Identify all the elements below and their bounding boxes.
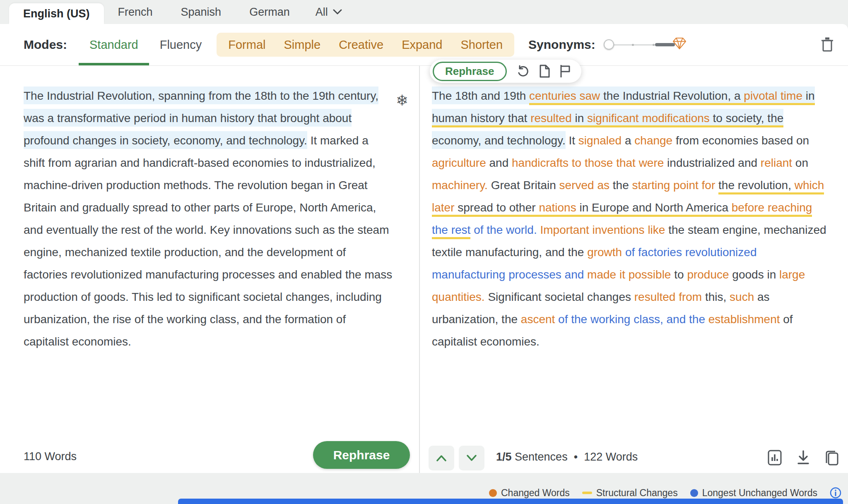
freeze-words-snowflake-icon[interactable]: ❄	[396, 93, 408, 108]
mode-creative[interactable]: Creative	[330, 38, 393, 52]
copy-output-button[interactable]	[825, 450, 839, 466]
download-icon	[797, 450, 810, 466]
copy-text-button[interactable]	[539, 65, 550, 78]
changed-word[interactable]: resulted	[530, 109, 572, 127]
changed-word[interactable]: signaled	[578, 134, 622, 147]
text-run[interactable]	[584, 268, 587, 281]
mode-simple[interactable]: Simple	[275, 38, 330, 52]
legend-info-button[interactable]	[830, 487, 841, 499]
text-run[interactable]: as	[754, 290, 769, 303]
unchanged-word[interactable]: of factories revolutionized	[625, 246, 757, 259]
paraphraser-card: Modes: StandardFluency FormalSimpleCreat…	[0, 24, 848, 473]
undo-button[interactable]	[517, 65, 529, 77]
changed-word[interactable]: produce	[687, 268, 729, 281]
text-run[interactable]: textile manufacturing, and the	[432, 246, 587, 259]
changed-word[interactable]: made it possible	[587, 268, 671, 281]
changed-word[interactable]: which	[795, 179, 824, 194]
color-legend: Changed WordsStructural ChangesLongest U…	[489, 487, 841, 499]
changed-word[interactable]: growth	[587, 246, 622, 259]
unchanged-word[interactable]: of the world.	[470, 223, 537, 236]
text-run[interactable]: urbanization, the	[432, 313, 521, 326]
changed-word[interactable]: handicrafts to those that were	[512, 156, 664, 169]
text-run[interactable]	[622, 246, 625, 259]
text-run[interactable]: economy, and technology.	[432, 131, 566, 149]
language-tab-english-us[interactable]: English (US)	[9, 3, 104, 24]
text-run[interactable]: The 18th and 19th	[432, 86, 529, 104]
text-run[interactable]: to society, the	[710, 109, 783, 127]
mode-shorten[interactable]: Shorten	[452, 38, 512, 52]
text-run[interactable]: a	[622, 134, 634, 147]
changed-word[interactable]: machinery.	[432, 179, 488, 192]
text-run[interactable]: in Europe and North America	[576, 201, 732, 217]
changed-word[interactable]: such	[730, 290, 754, 303]
text-run[interactable]: from economies based on	[672, 134, 809, 147]
modes-label: Modes:	[24, 38, 67, 52]
mode-standard[interactable]: Standard	[79, 24, 149, 65]
changed-word[interactable]: Important inventions like	[540, 223, 665, 236]
changed-word[interactable]: resulted from	[634, 290, 702, 303]
text-run[interactable]: this,	[702, 290, 730, 303]
changed-word[interactable]: before reaching	[732, 201, 812, 217]
changed-word[interactable]: served as	[559, 179, 610, 192]
source-text-area[interactable]: The Industrial Revolution, spanning from…	[24, 85, 413, 353]
text-run: Britain and gradually spread to other pa…	[24, 201, 376, 214]
text-run[interactable]: It	[566, 134, 578, 147]
language-tab-german[interactable]: German	[235, 0, 304, 24]
language-tab-french[interactable]: French	[104, 0, 167, 24]
changed-word[interactable]: large	[779, 268, 805, 281]
unchanged-word[interactable]: manufacturing processes and	[432, 268, 584, 281]
text-run[interactable]	[705, 313, 708, 326]
changed-word[interactable]: later	[432, 201, 454, 217]
output-text-area[interactable]: The 18th and 19th centuries saw the Indu…	[432, 85, 846, 353]
text-run[interactable]: industrialized and	[664, 156, 760, 169]
text-run[interactable]: on	[792, 156, 808, 169]
changed-word[interactable]: quantities.	[432, 290, 485, 303]
text-run[interactable]: to	[671, 268, 687, 281]
text-run[interactable]: human history that	[432, 109, 530, 127]
previous-sentence-button[interactable]	[429, 446, 454, 470]
changed-word[interactable]: nations	[539, 201, 576, 217]
changed-word[interactable]: agriculture	[432, 156, 486, 169]
flag-button[interactable]	[560, 65, 571, 78]
rephrase-again-button[interactable]: Rephrase	[433, 62, 507, 81]
changed-word[interactable]: significant modifications	[587, 109, 710, 127]
unchanged-word[interactable]: the rest	[432, 223, 470, 239]
changed-word[interactable]: establishment	[708, 313, 780, 326]
changed-word[interactable]: change	[634, 134, 672, 147]
text-run[interactable]	[715, 179, 718, 192]
text-run[interactable]: goods in	[729, 268, 779, 281]
changed-word[interactable]: reliant	[761, 156, 792, 169]
language-tab-spanish[interactable]: Spanish	[167, 0, 236, 24]
language-dropdown-all[interactable]: All	[304, 0, 350, 24]
text-run[interactable]: the	[610, 179, 632, 192]
text-run[interactable]: the Industrial Revolution, a	[600, 86, 744, 105]
text-run[interactable]: of	[780, 313, 793, 326]
changed-word[interactable]: starting point for	[632, 179, 715, 192]
rephrase-button[interactable]: Rephrase	[313, 441, 410, 469]
slider-premium-segment	[655, 43, 675, 46]
text-run[interactable]: and	[486, 156, 512, 169]
mode-formal[interactable]: Formal	[219, 38, 275, 52]
slider-knob[interactable]	[604, 39, 614, 50]
unchanged-word[interactable]: of the working class, and the	[558, 313, 705, 326]
text-run[interactable]: the revolution,	[718, 179, 795, 194]
download-button[interactable]	[797, 450, 810, 466]
statistics-button[interactable]	[768, 450, 782, 466]
text-run[interactable]: Great Britain	[488, 179, 559, 192]
text-run[interactable]: capitalist economies.	[432, 335, 540, 348]
changed-word[interactable]: pivotal time	[744, 86, 802, 105]
text-run[interactable]: spread to other	[454, 201, 539, 217]
text-run[interactable]: in	[802, 86, 815, 105]
text-run: and eventually the rest of the world. Ke…	[24, 223, 389, 236]
text-run[interactable]	[555, 313, 558, 326]
changed-word[interactable]: centuries saw	[529, 86, 600, 105]
text-run[interactable]: the steam engine, mechanized	[665, 223, 826, 236]
text-run[interactable]: in	[572, 109, 587, 127]
text-run[interactable]: Significant societal changes	[485, 290, 634, 303]
mode-fluency[interactable]: Fluency	[149, 24, 213, 65]
next-sentence-button[interactable]	[459, 446, 484, 470]
synonyms-slider[interactable]	[604, 39, 675, 50]
mode-expand[interactable]: Expand	[393, 38, 451, 52]
clear-text-button[interactable]	[818, 35, 836, 55]
changed-word[interactable]: ascent	[521, 313, 555, 326]
